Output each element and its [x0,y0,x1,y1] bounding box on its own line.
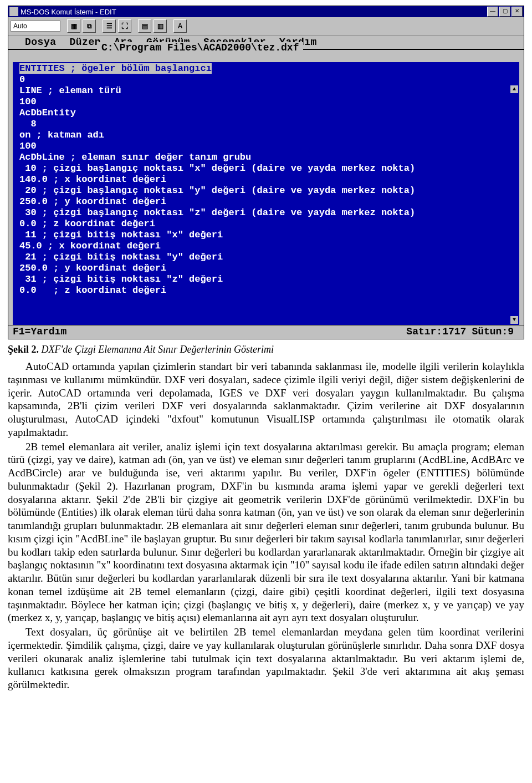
dxf-line: 21 ; çizgi bitiş noktası "y" değeri [19,252,223,262]
maximize-button[interactable]: ▢ [499,7,510,17]
dxf-line: 140.0 ; x koordinat değeri [19,174,166,185]
status-line: Satır:1717 [406,326,466,337]
dxf-line: on ; katman adı [19,130,104,140]
dxf-line: 0 [19,74,25,85]
mark-tool-icon[interactable]: ▦ [67,19,80,33]
paragraph-2: 2B temel elemanlara ait veriler, analiz … [8,440,524,625]
dxf-line: 20 ; çizgi başlangıç noktası "y" değeri … [19,185,415,196]
dos-window: MS-DOS Komut İstemi - EDIT — ▢ ✕ Auto ▦ … [8,6,524,339]
menu-dosya[interactable]: Dosya [25,37,57,48]
menu-duzen[interactable]: Düzen [70,37,101,48]
article-body: AutoCAD ortamında yapılan çizimlerin sta… [0,360,532,703]
dxf-line: 11 ; çizgi bitiş noktası "x" değeri [19,230,223,240]
dxf-line: 100 [19,141,37,151]
copy-tool-icon[interactable]: ⧉ [83,19,96,33]
editor-content[interactable]: ENTITIES ; ögeler bölüm başlangıcı 0 LIN… [8,62,524,325]
dxf-line: 0.0 ; z koordinat değeri [19,218,155,229]
scroll-down-icon[interactable]: ▼ [510,316,518,324]
dxf-line: 10 ; çizgi başlangıç noktası "x" değeri … [19,163,415,174]
window-title: MS-DOS Komut İstemi - EDIT [21,8,116,16]
background-tool-icon[interactable]: ▥ [154,19,167,33]
dxf-line: 250.0 ; y koordinat değeri [19,263,166,273]
dxf-line: 30 ; çizgi başlangıç noktası "z" değeri … [19,207,415,218]
paste-tool-icon[interactable]: ☰ [103,19,116,33]
paragraph-3: Text dosyaları, üç görünüşe ait ve belir… [8,626,524,692]
dxf-line: 31 ; çizgi bitiş noktası "z" değeri [19,274,223,284]
status-help: F1=Yardım [13,326,66,337]
dxf-line: AcDbEntity [19,108,76,118]
properties-tool-icon[interactable]: ▤ [138,19,151,33]
dxf-line: 100 [19,96,37,107]
scroll-up-icon[interactable]: ▲ [510,85,518,93]
font-a-icon[interactable]: A [173,19,187,33]
editor-selection: ENTITIES ; ögeler bölüm başlangıcı [19,63,212,74]
close-button[interactable]: ✕ [511,7,523,17]
dxf-line: 0.0 ; z koordinat değeri [19,285,166,296]
msdos-icon [9,7,18,16]
dxf-line: LINE ; eleman türü [19,85,121,96]
editor-statusbar: F1=Yardım Satır:1717 Sütun:9 [8,325,524,339]
editor-scrollbar[interactable]: ▲ ▼ [510,63,518,324]
fullscreen-tool-icon[interactable]: ⛶ [118,19,131,33]
paragraph-1: AutoCAD ortamında yapılan çizimlerin sta… [8,360,524,439]
figure-caption: Şekil 2. DXF'de Çizgi Elemanına Ait Sını… [8,344,524,355]
dxf-line: 8 [19,119,37,129]
font-size-select[interactable]: Auto [11,21,60,32]
window-titlebar: MS-DOS Komut İstemi - EDIT — ▢ ✕ [8,6,524,17]
minimize-button[interactable]: — [487,7,498,17]
figure-caption-label: Şekil 2. [8,344,39,355]
dxf-line: 250.0 ; y koordinat değeri [19,196,166,207]
dxf-line: AcDbLine ; eleman sınır değer tanım grub… [19,152,251,162]
dos-edit-area: Dosya Düzen Ara Görünüm Seçenekler Yardı… [8,35,524,339]
figure-caption-text: DXF'de Çizgi Elemanına Ait Sınır Değerle… [39,344,274,355]
window-toolbar: Auto ▦ ⧉ ☰ ⛶ ▤ ▥ A [8,17,524,35]
dxf-line: 45.0 ; x koordinat değeri [19,241,161,251]
file-path: C:\Program Files\ACAD2000\tez.dxf [97,42,303,53]
status-col: Sütun:9 [472,326,514,337]
dos-path-bar: C:\Program Files\ACAD2000\tez.dxf [8,49,524,62]
